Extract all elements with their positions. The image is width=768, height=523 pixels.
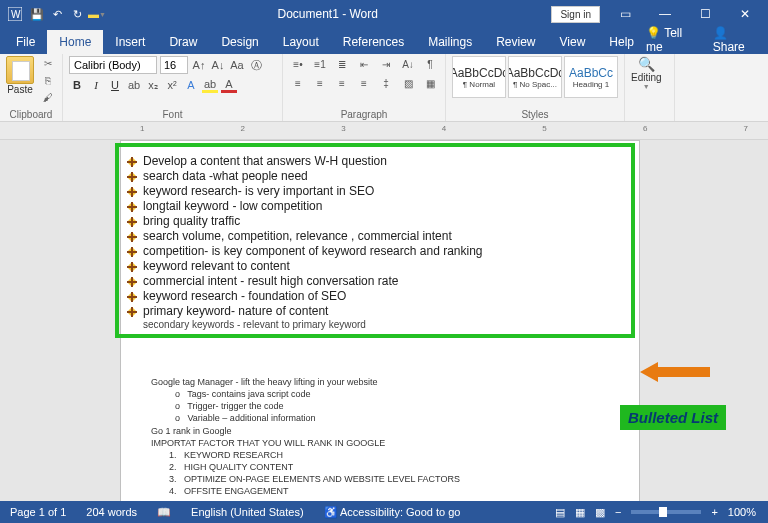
numbered-item[interactable]: 3. OPTIMIZE ON-PAGE ELEMENTS AND WEBSITE… xyxy=(151,473,609,485)
numbered-item[interactable]: 1. KEYWORD RESEARCH xyxy=(151,449,609,461)
save-icon[interactable]: 💾 xyxy=(30,7,44,21)
font-color-icon[interactable]: A xyxy=(221,77,237,93)
list-item[interactable]: search volume, competition, relevance , … xyxy=(127,229,623,243)
ruler[interactable]: 1234567 xyxy=(0,122,768,140)
tab-references[interactable]: References xyxy=(331,30,416,54)
tab-home[interactable]: Home xyxy=(47,30,103,54)
view-print-icon[interactable]: ▦ xyxy=(575,506,585,519)
text-line[interactable]: IMPORTAT FACTOR THAT YOU WILL RANK IN GO… xyxy=(151,437,609,449)
font-name-input[interactable] xyxy=(69,56,157,74)
find-icon[interactable]: 🔍 xyxy=(638,56,655,72)
list-item[interactable]: keyword research- is very important in S… xyxy=(127,184,623,198)
text-sub[interactable]: o Trigger- trigger the code xyxy=(151,400,609,412)
format-painter-icon[interactable]: 🖌 xyxy=(40,90,56,104)
text-sub[interactable]: o Variable – additional information xyxy=(151,412,609,424)
editing-button[interactable]: Editing xyxy=(631,72,662,83)
highlight-icon[interactable]: ▬▼ xyxy=(90,7,104,21)
list-item[interactable]: search data -what people need xyxy=(127,169,623,183)
status-words[interactable]: 204 words xyxy=(76,506,147,518)
bullet-icon xyxy=(127,277,137,287)
text-line[interactable]: Go 1 rank in Google xyxy=(151,425,609,437)
font-size-input[interactable] xyxy=(160,56,188,74)
signin-button[interactable]: Sign in xyxy=(551,6,600,23)
change-case-icon[interactable]: Aa xyxy=(229,57,245,73)
shrink-font-icon[interactable]: A↓ xyxy=(210,57,226,73)
tab-draw[interactable]: Draw xyxy=(157,30,209,54)
zoom-level[interactable]: 100% xyxy=(728,506,756,518)
paste-icon[interactable] xyxy=(6,56,34,84)
showmarks-icon[interactable]: ¶ xyxy=(421,56,439,72)
minimize-button[interactable]: — xyxy=(650,7,680,21)
tab-layout[interactable]: Layout xyxy=(271,30,331,54)
list-item[interactable]: competition- is key component of keyword… xyxy=(127,244,623,258)
clear-format-icon[interactable]: Ⓐ xyxy=(248,57,264,73)
maximize-button[interactable]: ☐ xyxy=(690,7,720,21)
subscript-button[interactable]: x₂ xyxy=(145,77,161,93)
status-page[interactable]: Page 1 of 1 xyxy=(0,506,76,518)
numbering-icon[interactable]: ≡1 xyxy=(311,56,329,72)
share-button[interactable]: 👤 Share xyxy=(713,26,760,54)
increase-indent-icon[interactable]: ⇥ xyxy=(377,56,395,72)
text-sub[interactable]: o Tags- contains java script code xyxy=(151,388,609,400)
italic-button[interactable]: I xyxy=(88,77,104,93)
view-web-icon[interactable]: ▩ xyxy=(595,506,605,519)
strike-button[interactable]: ab xyxy=(126,77,142,93)
undo-icon[interactable]: ↶ xyxy=(50,7,64,21)
underline-button[interactable]: U xyxy=(107,77,123,93)
document-canvas[interactable]: Develop a content that answers W-H quest… xyxy=(0,140,768,510)
list-item[interactable]: Develop a content that answers W-H quest… xyxy=(127,154,623,168)
borders-icon[interactable]: ▦ xyxy=(421,75,439,91)
align-right-icon[interactable]: ≡ xyxy=(333,75,351,91)
tab-file[interactable]: File xyxy=(4,30,47,54)
shading-icon[interactable]: ▨ xyxy=(399,75,417,91)
align-left-icon[interactable]: ≡ xyxy=(289,75,307,91)
align-center-icon[interactable]: ≡ xyxy=(311,75,329,91)
highlight-color-icon[interactable]: ab xyxy=(202,77,218,93)
tab-view[interactable]: View xyxy=(548,30,598,54)
tab-review[interactable]: Review xyxy=(484,30,547,54)
statusbar: Page 1 of 1 204 words 📖 English (United … xyxy=(0,501,768,523)
text-line[interactable]: Google tag Manager - lift the heavy lift… xyxy=(151,376,609,388)
style-normal[interactable]: AaBbCcDc ¶ Normal xyxy=(452,56,506,98)
zoom-slider[interactable] xyxy=(631,510,701,514)
list-item[interactable]: longtail keyword - low competition xyxy=(127,199,623,213)
text-effects-icon[interactable]: A xyxy=(183,77,199,93)
line-spacing-icon[interactable]: ‡ xyxy=(377,75,395,91)
tab-help[interactable]: Help xyxy=(597,30,646,54)
tab-insert[interactable]: Insert xyxy=(103,30,157,54)
list-item-small[interactable]: secondary keywords - relevant to primary… xyxy=(127,319,623,330)
style-nospacing[interactable]: AaBbCcDc ¶ No Spac... xyxy=(508,56,562,98)
zoom-in-icon[interactable]: + xyxy=(711,506,717,518)
bullets-icon[interactable]: ≡• xyxy=(289,56,307,72)
redo-icon[interactable]: ↻ xyxy=(70,7,84,21)
tellme-button[interactable]: 💡 Tell me xyxy=(646,26,699,54)
close-button[interactable]: ✕ xyxy=(730,7,760,21)
tab-mailings[interactable]: Mailings xyxy=(416,30,484,54)
ribbon-options-icon[interactable]: ▭ xyxy=(610,7,640,21)
list-item[interactable]: primary keyword- nature of content xyxy=(127,304,623,318)
paste-button[interactable]: Paste xyxy=(7,84,33,95)
view-read-icon[interactable]: ▤ xyxy=(555,506,565,519)
bold-button[interactable]: B xyxy=(69,77,85,93)
grow-font-icon[interactable]: A↑ xyxy=(191,57,207,73)
decrease-indent-icon[interactable]: ⇤ xyxy=(355,56,373,72)
zoom-out-icon[interactable]: − xyxy=(615,506,621,518)
justify-icon[interactable]: ≡ xyxy=(355,75,373,91)
numbered-item[interactable]: 2. HIGH QUALITY CONTENT xyxy=(151,461,609,473)
multilevel-icon[interactable]: ≣ xyxy=(333,56,351,72)
document-page[interactable]: Develop a content that answers W-H quest… xyxy=(120,140,640,510)
status-accessibility[interactable]: ♿ Accessibility: Good to go xyxy=(314,506,471,519)
cut-icon[interactable]: ✂ xyxy=(40,56,56,70)
list-item[interactable]: bring quality traffic xyxy=(127,214,623,228)
superscript-button[interactable]: x² xyxy=(164,77,180,93)
status-lang-icon[interactable]: 📖 xyxy=(147,506,181,519)
tab-design[interactable]: Design xyxy=(209,30,270,54)
copy-icon[interactable]: ⎘ xyxy=(40,73,56,87)
list-item[interactable]: keyword relevant to content xyxy=(127,259,623,273)
list-item[interactable]: keyword research - foundation of SEO xyxy=(127,289,623,303)
numbered-item[interactable]: 4. OFFSITE ENGAGEMENT xyxy=(151,485,609,497)
list-item[interactable]: commercial intent - result high conversa… xyxy=(127,274,623,288)
style-heading1[interactable]: AaBbCc Heading 1 xyxy=(564,56,618,98)
sort-icon[interactable]: A↓ xyxy=(399,56,417,72)
status-lang[interactable]: English (United States) xyxy=(181,506,314,518)
